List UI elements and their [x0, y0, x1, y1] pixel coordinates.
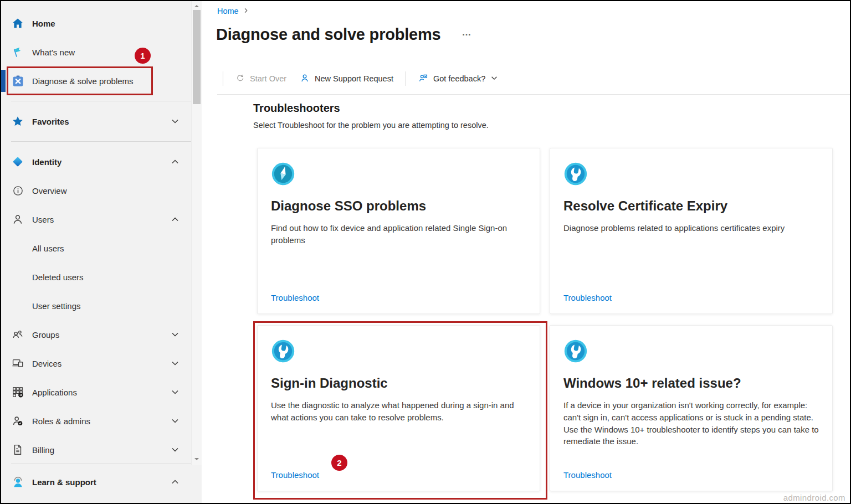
sidebar-item-label: Identity: [32, 157, 61, 167]
scrollbar-down-arrow[interactable]: [192, 455, 202, 463]
divider: [11, 141, 192, 142]
info-icon: [11, 184, 24, 197]
main-content: Home Diagnose and solve problems … Start…: [202, 1, 850, 503]
sidebar: Home What's new Diagnose & solve problem…: [1, 1, 202, 503]
sidebar-item-devices[interactable]: Devices: [1, 349, 202, 378]
troubleshoot-link[interactable]: Troubleshoot: [563, 470, 612, 480]
chevron-down-icon: [171, 117, 180, 126]
sidebar-item-users[interactable]: Users: [1, 205, 202, 234]
sidebar-item-label: All users: [32, 244, 64, 253]
card-description: Use the diagnostic to analyze what happe…: [271, 399, 526, 424]
new-support-request-button[interactable]: New Support Request: [293, 73, 400, 85]
sidebar-item-label: What's new: [32, 48, 75, 57]
sidebar-item-learn-support[interactable]: Learn & support: [1, 467, 202, 496]
sidebar-item-roles-admins[interactable]: Roles & admins: [1, 407, 202, 435]
card-title: Sign-in Diagnostic: [271, 376, 526, 391]
troubleshooter-cards: Diagnose SSO problems Find out how to fi…: [257, 148, 833, 491]
breadcrumb-chevron-icon: [243, 7, 249, 16]
sidebar-item-label: Groups: [32, 330, 59, 340]
sidebar-item-label: Applications: [32, 388, 77, 397]
watermark: admindroid.com: [783, 493, 845, 502]
devices-icon: [11, 357, 24, 370]
sidebar-item-label: Home: [32, 19, 55, 28]
got-feedback-label: Got feedback?: [433, 74, 485, 83]
got-feedback-button[interactable]: Got feedback?: [412, 73, 505, 85]
sidebar-item-applications[interactable]: Applications: [1, 378, 202, 407]
card-description: If a device in your organization isn't w…: [563, 399, 819, 448]
breadcrumb: Home: [217, 7, 249, 16]
breadcrumb-home-link[interactable]: Home: [217, 7, 239, 16]
chevron-down-icon: [171, 359, 180, 368]
section-subtitle: Select Troubleshoot for the problem you …: [253, 121, 489, 130]
chevron-down-icon: [171, 416, 180, 425]
sidebar-item-label: Learn & support: [32, 477, 96, 487]
sidebar-nav: Home What's new Diagnose & solve problem…: [1, 1, 202, 464]
chevron-up-icon: [171, 157, 180, 166]
compass-icon: [271, 162, 526, 188]
start-over-icon: [235, 73, 245, 84]
applications-grid-icon: [11, 385, 24, 399]
sidebar-item-identity[interactable]: Identity: [1, 147, 202, 176]
sidebar-item-label: Roles & admins: [32, 416, 90, 426]
sidebar-item-all-users[interactable]: All users: [1, 234, 202, 263]
home-icon: [11, 17, 24, 30]
card-windows-10-related-issue: Windows 10+ related issue? If a device i…: [550, 325, 833, 491]
sidebar-item-label: Billing: [32, 445, 54, 455]
sidebar-item-diagnose-solve-problems[interactable]: Diagnose & solve problems: [1, 66, 202, 95]
sidebar-item-home[interactable]: Home: [1, 9, 202, 38]
sidebar-item-whats-new[interactable]: What's new: [1, 38, 202, 66]
whats-new-icon: [11, 45, 24, 59]
card-title: Windows 10+ related issue?: [563, 376, 819, 391]
scrollbar-thumb[interactable]: [193, 10, 201, 104]
wrench-icon: [563, 339, 819, 366]
divider: [223, 71, 223, 86]
sidebar-bottom-section: Learn & support: [1, 464, 202, 503]
wrench-icon: [271, 339, 526, 366]
card-title: Resolve Certificate Expiry: [563, 198, 819, 214]
card-description: Find out how to fix device and applicati…: [271, 222, 526, 246]
sidebar-item-overview[interactable]: Overview: [1, 176, 202, 205]
sidebar-scrollbar: [191, 1, 202, 465]
groups-icon: [11, 328, 24, 341]
diagnose-toolbox-icon: [11, 74, 24, 88]
support-person-icon: [300, 73, 310, 85]
scrollbar-up-arrow[interactable]: [192, 2, 202, 10]
annotation-badge-2: 2: [331, 455, 347, 471]
app-window: Home What's new Diagnose & solve problem…: [0, 0, 851, 504]
chevron-down-icon: [171, 330, 180, 339]
section-title: Troubleshooters: [253, 102, 340, 115]
card-diagnose-sso-problems: Diagnose SSO problems Find out how to fi…: [257, 148, 540, 314]
card-sign-in-diagnostic: Sign-in Diagnostic Use the diagnostic to…: [257, 325, 540, 491]
card-description: Diagnose problems related to application…: [563, 222, 819, 234]
chevron-up-icon: [171, 477, 180, 486]
card-resolve-certificate-expiry: Resolve Certificate Expiry Diagnose prob…: [550, 148, 833, 314]
chevron-down-icon: [171, 445, 180, 454]
sidebar-item-deleted-users[interactable]: Deleted users: [1, 263, 202, 291]
roles-admins-icon: [11, 414, 24, 428]
troubleshoot-link[interactable]: Troubleshoot: [271, 293, 319, 302]
troubleshoot-link[interactable]: Troubleshoot: [563, 293, 612, 302]
feedback-icon: [418, 73, 428, 85]
sidebar-item-user-settings[interactable]: User settings: [1, 291, 202, 320]
sidebar-item-label: Diagnose & solve problems: [32, 76, 134, 86]
sidebar-item-billing[interactable]: Billing: [1, 435, 202, 464]
card-title: Diagnose SSO problems: [271, 198, 526, 214]
divider: [11, 464, 192, 464]
page-title: Diagnose and solve problems: [216, 25, 441, 44]
troubleshoot-link[interactable]: Troubleshoot: [271, 470, 319, 480]
sidebar-item-label: Devices: [32, 359, 61, 368]
wrench-icon: [563, 162, 819, 188]
divider: [217, 94, 850, 95]
sidebar-item-label: Deleted users: [32, 272, 84, 282]
star-icon: [11, 115, 24, 128]
learn-support-headset-icon: [11, 475, 24, 488]
new-support-request-label: New Support Request: [315, 74, 393, 83]
identity-diamond-icon: [11, 155, 24, 168]
sidebar-item-groups[interactable]: Groups: [1, 320, 202, 349]
billing-document-icon: [11, 443, 24, 456]
more-options-ellipsis[interactable]: …: [462, 27, 471, 38]
command-bar: Start Over New Support Request Got feedb…: [217, 70, 505, 88]
start-over-button[interactable]: Start Over: [229, 73, 293, 84]
sidebar-item-favorites[interactable]: Favorites: [1, 107, 202, 136]
sidebar-item-label: Favorites: [32, 117, 69, 126]
